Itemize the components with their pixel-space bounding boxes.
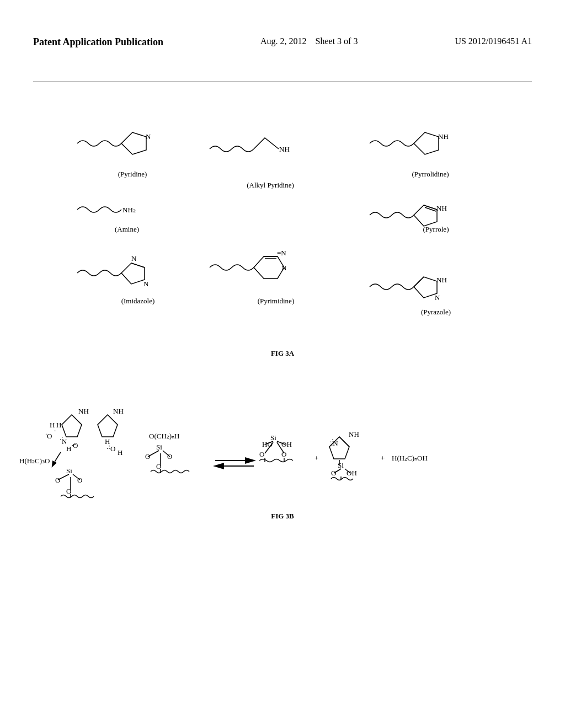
amine-structure: NH₂ (77, 206, 136, 214)
header-divider (33, 82, 532, 82)
fig3b-label: FIG 3B (271, 512, 294, 520)
alcohol-product: H(H₂C)ₙOH (392, 454, 428, 462)
left-silane-1: NH H . O . H N .: H O H(H₂C)₃O Si O O (19, 407, 94, 498)
svg-text:O: O (47, 432, 52, 440)
main-content: N (Pyridine) NH (Alkyl Pyridine) NH (Pyr… (0, 88, 565, 728)
header-publication-type: Patent Application Publication (33, 36, 163, 49)
svg-text:N: N (143, 280, 149, 288)
svg-line-16 (414, 277, 424, 287)
svg-text:O: O (145, 452, 150, 461)
pyrrolidine-label: (Pyrrolidine) (412, 170, 449, 178)
svg-text:OH: OH (347, 469, 357, 477)
svg-text:.:: .: (60, 433, 63, 442)
pyrimidine-label: (Pyrimidine) (258, 297, 294, 305)
svg-text:H: H (66, 445, 71, 453)
pyrimidine-structure: =N N (210, 249, 287, 279)
svg-text:O: O (281, 450, 286, 458)
svg-text:NH₂: NH₂ (122, 206, 136, 214)
right-silane-2: Si O O O (145, 443, 189, 473)
svg-text:O: O (77, 476, 82, 484)
svg-text:N: N (435, 293, 440, 302)
header-patent-number: US 2012/0196451 A1 (455, 36, 532, 47)
svg-line-66 (339, 437, 349, 447)
svg-text:H(H₂C)₃O: H(H₂C)₃O (19, 457, 50, 465)
svg-text:Si: Si (156, 443, 162, 451)
svg-text:O: O (259, 450, 264, 458)
pyrrolidine-structure: NH (370, 132, 449, 154)
fig3b-diagram: NH H . O . H N .: H O H(H₂C)₃O Si O O (0, 375, 565, 529)
chain-label: O(CH₂)ₙH (149, 432, 180, 440)
svg-text:O: O (55, 476, 60, 484)
alkyl-pyridine-structure: NH (210, 138, 290, 153)
pyrazole-structure: NH N (370, 276, 447, 302)
svg-text:Si: Si (270, 433, 276, 442)
pyridine-structure: N (77, 132, 151, 154)
fig3a-diagram: N (Pyridine) NH (Alkyl Pyridine) NH (Pyr… (0, 105, 565, 375)
amine-label: (Amine) (115, 225, 139, 233)
svg-text:Si: Si (66, 467, 72, 475)
fig3a-label: FIG 3A (271, 349, 295, 357)
page-header: Patent Application Publication Aug. 2, 2… (0, 36, 565, 49)
svg-text:NH: NH (78, 407, 89, 415)
svg-text:NH: NH (436, 276, 447, 284)
nh-link: NH H O .: H (98, 407, 124, 457)
alkyl-pyridine-label: (Alkyl Pyridine) (247, 181, 294, 189)
plus-sign-2: + (381, 454, 385, 462)
svg-text:O: O (73, 441, 78, 449)
imidazole-structure: N N (77, 254, 149, 288)
svg-text:.: . (54, 425, 56, 433)
svg-text:N: N (146, 132, 151, 141)
product-heterocycle: .N .: NH Si O OH (329, 430, 359, 480)
svg-line-5 (425, 207, 436, 211)
svg-text:OH: OH (281, 440, 292, 448)
plus-sign-1: + (315, 454, 318, 462)
pyridine-label: (Pyridine) (118, 170, 147, 178)
svg-text:=N: =N (277, 249, 286, 257)
svg-text:NH: NH (438, 132, 449, 141)
svg-text:H: H (118, 448, 122, 457)
svg-text:NH: NH (436, 204, 447, 212)
svg-text:.:: .: (106, 442, 110, 451)
svg-text:NH: NH (113, 407, 124, 415)
svg-text:O: O (110, 445, 115, 453)
svg-text:H: H (56, 421, 61, 429)
header-date-sheet: Aug. 2, 2012 Sheet 3 of 3 (260, 36, 358, 47)
imidazole-label: (Imidazole) (121, 297, 155, 305)
product-silanol: HO OH Si O O (259, 433, 293, 462)
pyrrole-structure: NH (370, 204, 447, 226)
svg-line-9 (131, 263, 145, 267)
svg-text:NH: NH (279, 145, 290, 153)
svg-text:NH: NH (349, 430, 359, 438)
svg-text:Si: Si (338, 461, 344, 469)
svg-text:N: N (131, 254, 137, 263)
pyrrole-label: (Pyrrole) (423, 225, 449, 233)
svg-text:N: N (281, 264, 287, 272)
pyrazole-label: (Pyrazole) (421, 308, 451, 316)
